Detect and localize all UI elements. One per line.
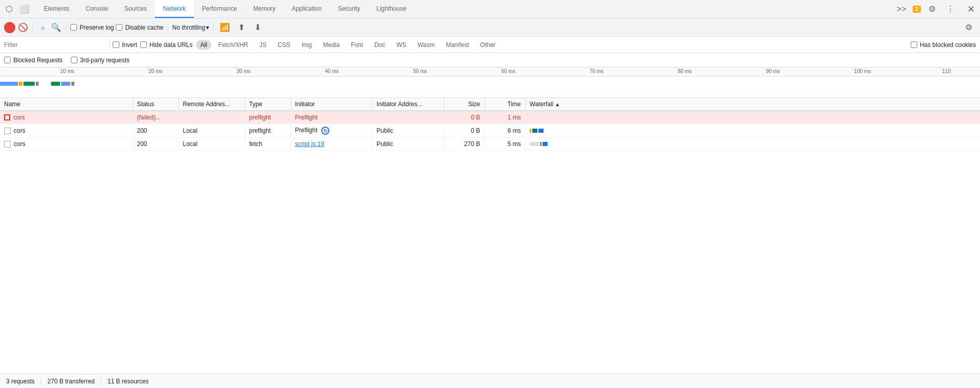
filter-separator-1 xyxy=(109,40,110,50)
waterfall-bar-3 xyxy=(530,142,976,146)
tab-network[interactable]: Network xyxy=(155,0,194,18)
timeline-ruler: 10 ms 20 ms 30 ms 40 ms 50 ms 60 ms 70 m… xyxy=(0,67,980,77)
cursor-icon[interactable]: ⬡ xyxy=(2,2,16,16)
more-options-button[interactable]: ⋮ xyxy=(943,2,958,16)
wifi-icon[interactable]: 📶 xyxy=(218,20,232,35)
throttle-select[interactable]: No throttling ▾ xyxy=(172,24,210,31)
table-row[interactable]: cors 200 Local preflight Preflight ↻ Pub… xyxy=(0,124,980,138)
tick-100ms: 100 ms xyxy=(853,67,871,74)
invert-checkbox[interactable]: Invert xyxy=(113,41,137,48)
has-blocked-cookies: Has blocked cookies xyxy=(911,41,976,48)
tick-80ms: 80 ms xyxy=(676,67,691,74)
filter-chip-manifest[interactable]: Manifest xyxy=(441,40,473,50)
td-initiator-addr-row3: Public xyxy=(372,138,444,151)
disable-cache-checkbox[interactable]: Disable cache xyxy=(116,24,163,31)
network-toolbar: 🚫 ⬦ 🔍 Preserve log Disable cache No thro… xyxy=(0,18,980,37)
toolbar-separator-4 xyxy=(213,22,214,33)
upload-icon[interactable]: ⬆ xyxy=(234,20,248,35)
search-button[interactable]: 🔍 xyxy=(50,22,62,33)
td-type-row2: preflight xyxy=(245,124,291,138)
timeline-bar-amber xyxy=(18,82,22,86)
filter-chip-img[interactable]: Img xyxy=(297,40,316,50)
td-status-row2: 200 xyxy=(133,124,178,138)
download-icon[interactable]: ⬇ xyxy=(250,20,265,35)
toolbar-separator-2 xyxy=(66,22,66,33)
blocked-requests-checkbox[interactable]: Blocked Requests xyxy=(4,57,63,64)
th-initiator-addr[interactable]: Initiator Addres... xyxy=(372,98,444,111)
td-initiator-error: Preflight xyxy=(291,111,372,124)
tab-security[interactable]: Security xyxy=(330,0,368,18)
tab-lighthouse[interactable]: Lighthouse xyxy=(368,0,415,18)
blocked-bar: Blocked Requests 3rd-party requests xyxy=(0,53,980,67)
th-time[interactable]: Time xyxy=(484,98,525,111)
wf-teal-bar xyxy=(532,129,537,133)
timeline-bar-gray1 xyxy=(36,82,39,86)
filter-chip-js[interactable]: JS xyxy=(255,40,271,50)
filter-chip-css[interactable]: CSS xyxy=(273,40,295,50)
issue-badge: 2 xyxy=(913,6,921,13)
clear-button[interactable]: 🚫 xyxy=(17,22,29,33)
wf-dark-gray xyxy=(540,142,541,146)
td-remote-row2: Local xyxy=(178,124,245,138)
table-row[interactable]: cors 200 Local fetch script.js:19 Public… xyxy=(0,138,980,151)
tab-elements[interactable]: Elements xyxy=(36,0,78,18)
filter-bar: Invert Hide data URLs All Fetch/XHR JS C… xyxy=(0,37,980,53)
hide-data-urls-checkbox[interactable]: Hide data URLs xyxy=(140,41,193,48)
filter-chip-media[interactable]: Media xyxy=(318,40,344,50)
td-initiator-row2: Preflight ↻ xyxy=(291,124,372,138)
td-waterfall-error xyxy=(525,111,980,124)
filter-button[interactable]: ⬦ xyxy=(37,22,48,33)
network-table-wrapper: Name Status Remote Addres... Type Initia… xyxy=(0,98,980,374)
tick-10ms: 10 ms xyxy=(59,67,74,74)
preserve-log-checkbox[interactable]: Preserve log xyxy=(70,24,114,31)
td-size-row2: 0 B xyxy=(444,124,484,138)
th-initiator[interactable]: Initiator xyxy=(291,98,372,111)
table-row[interactable]: cors (failed)... preflight Preflight 0 B… xyxy=(0,111,980,124)
th-name[interactable]: Name xyxy=(0,98,133,111)
th-waterfall[interactable]: Waterfall xyxy=(525,98,980,111)
wf-blue-bar xyxy=(538,129,544,133)
th-status[interactable]: Status xyxy=(133,98,178,111)
th-remote[interactable]: Remote Addres... xyxy=(178,98,245,111)
initiator-link[interactable]: script.js:19 xyxy=(295,140,324,148)
th-type[interactable]: Type xyxy=(245,98,291,111)
tick-110: 110 xyxy=(941,67,951,74)
filter-chip-doc[interactable]: Doc xyxy=(370,40,390,50)
tab-memory[interactable]: Memory xyxy=(245,0,283,18)
td-time-row2: 6 ms xyxy=(484,124,525,138)
td-status-row3: 200 xyxy=(133,138,178,151)
more-tabs-button[interactable]: >> xyxy=(894,2,909,16)
tick-20ms: 20 ms xyxy=(147,67,162,74)
timeline-bar-gray2 xyxy=(71,82,74,86)
th-size[interactable]: Size xyxy=(444,98,484,111)
device-icon[interactable]: ⬜ xyxy=(17,2,32,16)
filter-chip-all[interactable]: All xyxy=(196,40,212,50)
filter-chips: All Fetch/XHR JS CSS Img Media Font Doc … xyxy=(196,40,908,50)
td-remote-row3: Local xyxy=(178,138,245,151)
filter-chip-fetch-xhr[interactable]: Fetch/XHR xyxy=(214,40,253,50)
filter-chip-wasm[interactable]: Wasm xyxy=(413,40,440,50)
tab-performance[interactable]: Performance xyxy=(194,0,245,18)
close-devtools-button[interactable]: ✕ xyxy=(964,2,978,16)
network-settings-icon[interactable]: ⚙ xyxy=(962,20,976,35)
tab-sources[interactable]: Sources xyxy=(116,0,155,18)
third-party-checkbox[interactable]: 3rd-party requests xyxy=(71,57,130,64)
devtools-icons: ⬡ ⬜ xyxy=(2,2,32,16)
filter-chip-font[interactable]: Font xyxy=(346,40,368,50)
tick-30ms: 30 ms xyxy=(235,67,250,74)
timeline-bar-green xyxy=(23,82,35,86)
row-checkbox-icon-3 xyxy=(4,141,11,148)
settings-button[interactable]: ⚙ xyxy=(925,2,939,16)
filter-chip-ws[interactable]: WS xyxy=(392,40,411,50)
td-waterfall-row3 xyxy=(525,138,980,151)
record-button[interactable] xyxy=(4,22,15,33)
tab-console[interactable]: Console xyxy=(78,0,116,18)
tick-90ms: 90 ms xyxy=(764,67,780,74)
wf-gray-bar xyxy=(530,142,539,146)
filter-chip-other[interactable]: Other xyxy=(476,40,500,50)
td-status-error: (failed)... xyxy=(133,111,178,124)
filter-input[interactable] xyxy=(4,41,106,48)
td-size-error: 0 B xyxy=(444,111,484,124)
network-table: Name Status Remote Addres... Type Initia… xyxy=(0,98,980,151)
tab-application[interactable]: Application xyxy=(283,0,330,18)
